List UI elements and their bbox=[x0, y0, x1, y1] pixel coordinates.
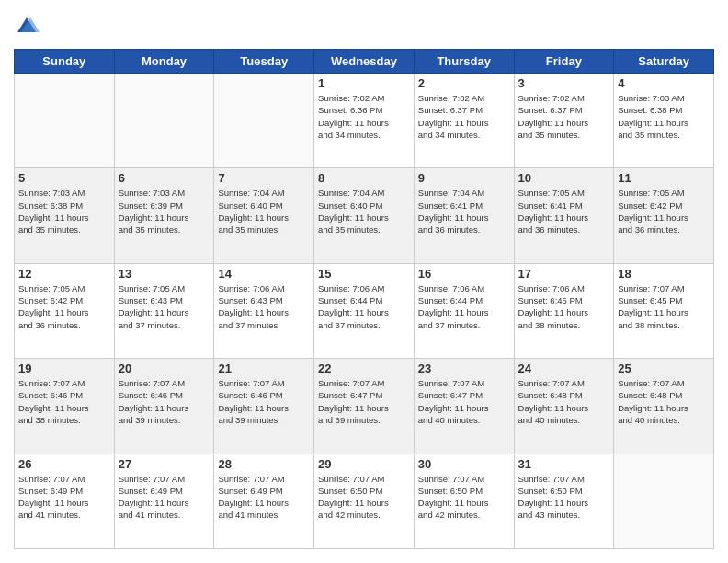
day-info: Sunrise: 7:07 AMSunset: 6:48 PMDaylight:… bbox=[618, 377, 710, 426]
day-cell: 19Sunrise: 7:07 AMSunset: 6:46 PMDayligh… bbox=[15, 359, 115, 454]
day-number: 5 bbox=[18, 171, 110, 185]
day-cell: 28Sunrise: 7:07 AMSunset: 6:49 PMDayligh… bbox=[214, 454, 314, 548]
day-cell: 29Sunrise: 7:07 AMSunset: 6:50 PMDayligh… bbox=[314, 454, 415, 548]
logo bbox=[14, 14, 43, 40]
day-info: Sunrise: 7:04 AMSunset: 6:40 PMDaylight:… bbox=[318, 187, 410, 236]
day-info: Sunrise: 7:07 AMSunset: 6:50 PMDaylight:… bbox=[318, 473, 410, 522]
day-cell: 15Sunrise: 7:06 AMSunset: 6:44 PMDayligh… bbox=[314, 263, 415, 358]
day-info: Sunrise: 7:07 AMSunset: 6:45 PMDaylight:… bbox=[618, 282, 710, 331]
day-number: 21 bbox=[218, 362, 310, 375]
day-cell: 31Sunrise: 7:07 AMSunset: 6:50 PMDayligh… bbox=[514, 454, 614, 548]
week-row-4: 19Sunrise: 7:07 AMSunset: 6:46 PMDayligh… bbox=[15, 359, 714, 454]
day-info: Sunrise: 7:07 AMSunset: 6:49 PMDaylight:… bbox=[119, 473, 210, 522]
day-info: Sunrise: 7:07 AMSunset: 6:50 PMDaylight:… bbox=[518, 473, 610, 522]
day-info: Sunrise: 7:07 AMSunset: 6:48 PMDaylight:… bbox=[518, 377, 610, 426]
day-info: Sunrise: 7:06 AMSunset: 6:44 PMDaylight:… bbox=[418, 282, 510, 331]
day-cell: 13Sunrise: 7:05 AMSunset: 6:43 PMDayligh… bbox=[114, 263, 214, 358]
week-row-2: 5Sunrise: 7:03 AMSunset: 6:38 PMDaylight… bbox=[15, 168, 714, 263]
day-cell: 9Sunrise: 7:04 AMSunset: 6:41 PMDaylight… bbox=[414, 168, 514, 263]
day-number: 19 bbox=[18, 362, 110, 375]
day-info: Sunrise: 7:02 AMSunset: 6:37 PMDaylight:… bbox=[418, 92, 510, 141]
day-number: 24 bbox=[518, 362, 610, 375]
day-number: 30 bbox=[418, 457, 510, 471]
day-number: 13 bbox=[119, 267, 210, 281]
day-number: 31 bbox=[518, 457, 610, 471]
day-cell: 1Sunrise: 7:02 AMSunset: 6:36 PMDaylight… bbox=[314, 74, 415, 168]
day-cell: 25Sunrise: 7:07 AMSunset: 6:48 PMDayligh… bbox=[614, 359, 714, 454]
day-cell: 30Sunrise: 7:07 AMSunset: 6:50 PMDayligh… bbox=[414, 454, 514, 548]
day-number: 10 bbox=[518, 171, 610, 185]
day-info: Sunrise: 7:06 AMSunset: 6:43 PMDaylight:… bbox=[218, 282, 310, 331]
day-info: Sunrise: 7:07 AMSunset: 6:46 PMDaylight:… bbox=[18, 377, 110, 426]
day-cell: 14Sunrise: 7:06 AMSunset: 6:43 PMDayligh… bbox=[214, 263, 314, 358]
day-number: 15 bbox=[318, 267, 410, 281]
day-number: 17 bbox=[518, 267, 610, 281]
day-info: Sunrise: 7:05 AMSunset: 6:43 PMDaylight:… bbox=[119, 282, 210, 331]
day-info: Sunrise: 7:02 AMSunset: 6:37 PMDaylight:… bbox=[518, 92, 610, 141]
day-cell: 12Sunrise: 7:05 AMSunset: 6:42 PMDayligh… bbox=[15, 263, 115, 358]
day-cell: 17Sunrise: 7:06 AMSunset: 6:45 PMDayligh… bbox=[514, 263, 614, 358]
day-cell: 23Sunrise: 7:07 AMSunset: 6:47 PMDayligh… bbox=[414, 359, 514, 454]
day-info: Sunrise: 7:07 AMSunset: 6:47 PMDaylight:… bbox=[418, 377, 510, 426]
week-row-1: 1Sunrise: 7:02 AMSunset: 6:36 PMDaylight… bbox=[15, 74, 714, 168]
day-number: 12 bbox=[18, 267, 110, 281]
day-number: 22 bbox=[318, 362, 410, 375]
day-cell: 22Sunrise: 7:07 AMSunset: 6:47 PMDayligh… bbox=[314, 359, 415, 454]
day-number: 2 bbox=[418, 76, 510, 90]
day-number: 4 bbox=[618, 76, 710, 90]
day-info: Sunrise: 7:03 AMSunset: 6:39 PMDaylight:… bbox=[119, 187, 210, 236]
day-cell: 27Sunrise: 7:07 AMSunset: 6:49 PMDayligh… bbox=[114, 454, 214, 548]
day-number: 23 bbox=[418, 362, 510, 375]
day-info: Sunrise: 7:07 AMSunset: 6:46 PMDaylight:… bbox=[218, 377, 310, 426]
day-info: Sunrise: 7:03 AMSunset: 6:38 PMDaylight:… bbox=[18, 187, 110, 236]
day-info: Sunrise: 7:06 AMSunset: 6:45 PMDaylight:… bbox=[518, 282, 610, 331]
day-info: Sunrise: 7:06 AMSunset: 6:44 PMDaylight:… bbox=[318, 282, 410, 331]
calendar: SundayMondayTuesdayWednesdayThursdayFrid… bbox=[14, 49, 714, 549]
day-number: 3 bbox=[518, 76, 610, 90]
day-cell: 18Sunrise: 7:07 AMSunset: 6:45 PMDayligh… bbox=[614, 263, 714, 358]
day-cell: 6Sunrise: 7:03 AMSunset: 6:39 PMDaylight… bbox=[114, 168, 214, 263]
day-number: 25 bbox=[618, 362, 710, 375]
day-info: Sunrise: 7:07 AMSunset: 6:50 PMDaylight:… bbox=[418, 473, 510, 522]
logo-icon bbox=[14, 14, 40, 40]
day-cell: 7Sunrise: 7:04 AMSunset: 6:40 PMDaylight… bbox=[214, 168, 314, 263]
day-number: 9 bbox=[418, 171, 510, 185]
week-row-3: 12Sunrise: 7:05 AMSunset: 6:42 PMDayligh… bbox=[15, 263, 714, 358]
day-number: 6 bbox=[119, 171, 210, 185]
weekday-header-wednesday: Wednesday bbox=[314, 50, 415, 74]
day-number: 7 bbox=[218, 171, 310, 185]
day-number: 8 bbox=[318, 171, 410, 185]
day-number: 28 bbox=[218, 457, 310, 471]
day-cell: 24Sunrise: 7:07 AMSunset: 6:48 PMDayligh… bbox=[514, 359, 614, 454]
weekday-header-thursday: Thursday bbox=[414, 50, 514, 74]
day-number: 14 bbox=[218, 267, 310, 281]
day-cell: 5Sunrise: 7:03 AMSunset: 6:38 PMDaylight… bbox=[15, 168, 115, 263]
day-info: Sunrise: 7:07 AMSunset: 6:46 PMDaylight:… bbox=[119, 377, 210, 426]
day-cell: 16Sunrise: 7:06 AMSunset: 6:44 PMDayligh… bbox=[414, 263, 514, 358]
day-info: Sunrise: 7:07 AMSunset: 6:47 PMDaylight:… bbox=[318, 377, 410, 426]
weekday-header-friday: Friday bbox=[514, 50, 614, 74]
day-info: Sunrise: 7:04 AMSunset: 6:41 PMDaylight:… bbox=[418, 187, 510, 236]
day-number: 20 bbox=[119, 362, 210, 375]
day-number: 16 bbox=[418, 267, 510, 281]
day-cell: 20Sunrise: 7:07 AMSunset: 6:46 PMDayligh… bbox=[114, 359, 214, 454]
day-number: 18 bbox=[618, 267, 710, 281]
day-info: Sunrise: 7:04 AMSunset: 6:40 PMDaylight:… bbox=[218, 187, 310, 236]
day-number: 27 bbox=[119, 457, 210, 471]
day-cell: 2Sunrise: 7:02 AMSunset: 6:37 PMDaylight… bbox=[414, 74, 514, 168]
weekday-header-saturday: Saturday bbox=[614, 50, 714, 74]
day-cell bbox=[214, 74, 314, 168]
day-info: Sunrise: 7:05 AMSunset: 6:41 PMDaylight:… bbox=[518, 187, 610, 236]
weekday-header-monday: Monday bbox=[114, 50, 214, 74]
day-info: Sunrise: 7:03 AMSunset: 6:38 PMDaylight:… bbox=[618, 92, 710, 141]
day-number: 26 bbox=[18, 457, 110, 471]
day-cell: 8Sunrise: 7:04 AMSunset: 6:40 PMDaylight… bbox=[314, 168, 415, 263]
day-cell: 21Sunrise: 7:07 AMSunset: 6:46 PMDayligh… bbox=[214, 359, 314, 454]
page: SundayMondayTuesdayWednesdayThursdayFrid… bbox=[0, 0, 728, 563]
day-cell: 11Sunrise: 7:05 AMSunset: 6:42 PMDayligh… bbox=[614, 168, 714, 263]
weekday-header-tuesday: Tuesday bbox=[214, 50, 314, 74]
day-number: 1 bbox=[318, 76, 410, 90]
day-cell bbox=[114, 74, 214, 168]
day-cell bbox=[614, 454, 714, 548]
day-cell: 10Sunrise: 7:05 AMSunset: 6:41 PMDayligh… bbox=[514, 168, 614, 263]
